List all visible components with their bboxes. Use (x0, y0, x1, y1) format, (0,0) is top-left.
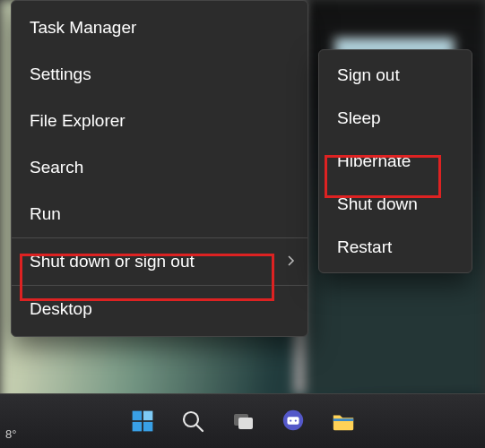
task-view-icon (230, 409, 255, 434)
weather-temperature: 8° (5, 427, 16, 441)
menu-item-file-explorer[interactable]: File Explorer (12, 98, 307, 144)
svg-rect-2 (132, 422, 142, 432)
menu-item-label: Desktop (30, 299, 92, 319)
svg-rect-7 (238, 418, 253, 429)
menu-item-desktop[interactable]: Desktop (12, 286, 307, 332)
winx-context-menu: Task Manager Settings File Explorer Sear… (11, 0, 308, 337)
menu-item-label: Sign out (337, 65, 400, 85)
menu-item-search[interactable]: Search (12, 144, 307, 191)
svg-point-10 (290, 419, 291, 421)
menu-item-label: File Explorer (30, 111, 126, 131)
menu-item-label: Run (30, 204, 61, 224)
task-view-button[interactable] (230, 409, 255, 434)
start-button[interactable] (130, 409, 155, 434)
svg-rect-9 (287, 417, 299, 424)
svg-rect-12 (333, 418, 352, 421)
menu-item-label: Restart (337, 237, 392, 257)
chevron-right-icon (286, 252, 295, 271)
menu-item-label: Shut down (337, 194, 418, 214)
windows-logo-icon (130, 407, 155, 435)
menu-item-settings[interactable]: Settings (12, 51, 307, 98)
menu-item-label: Sleep (337, 108, 381, 128)
submenu-item-restart[interactable]: Restart (319, 226, 472, 269)
svg-line-5 (196, 425, 203, 431)
menu-item-label: Task Manager (30, 18, 136, 38)
menu-item-run[interactable]: Run (12, 191, 307, 237)
menu-item-shutdown-signout[interactable]: Shut down or sign out (12, 238, 307, 285)
menu-item-task-manager[interactable]: Task Manager (12, 4, 307, 51)
svg-rect-0 (132, 411, 142, 421)
svg-point-11 (294, 419, 296, 421)
menu-item-label: Settings (30, 65, 91, 84)
submenu-item-sign-out[interactable]: Sign out (319, 54, 472, 97)
submenu-item-sleep[interactable]: Sleep (319, 97, 472, 140)
submenu-item-shut-down[interactable]: Shut down (319, 183, 472, 226)
taskbar-search-button[interactable] (180, 409, 205, 434)
file-explorer-button[interactable] (331, 409, 356, 434)
submenu-item-hibernate[interactable]: Hibernate (319, 140, 472, 183)
svg-rect-1 (143, 411, 152, 421)
power-submenu: Sign out Sleep Hibernate Shut down Resta… (318, 49, 472, 273)
folder-icon (331, 409, 356, 434)
menu-item-label: Shut down or sign out (30, 252, 195, 271)
menu-item-label: Hibernate (337, 151, 411, 171)
chat-icon (281, 408, 306, 435)
weather-widget[interactable]: 8° (5, 427, 16, 441)
menu-item-label: Search (30, 158, 83, 177)
taskbar-chat-button[interactable] (281, 409, 306, 434)
svg-rect-3 (143, 422, 152, 432)
search-icon (180, 409, 205, 434)
taskbar[interactable]: 8° (0, 393, 485, 448)
